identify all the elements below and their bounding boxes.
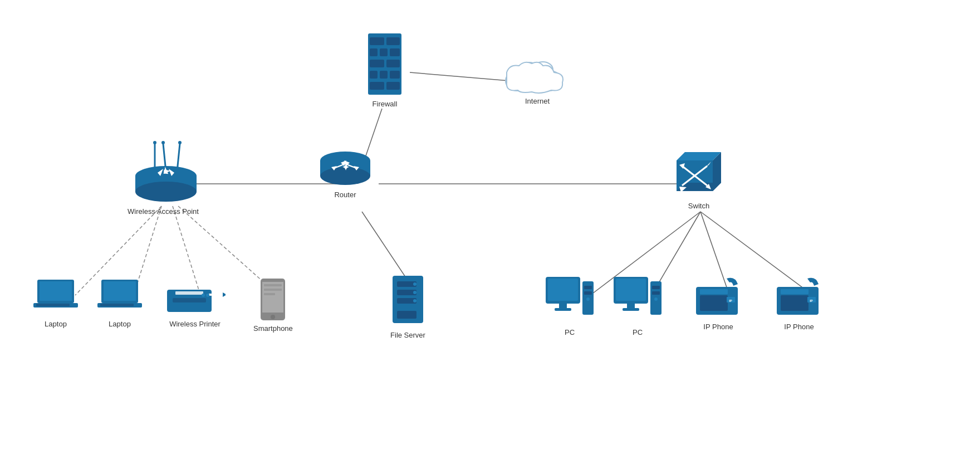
- router-label: Router: [334, 191, 356, 199]
- laptop1-node: Laptop: [31, 279, 81, 328]
- svg-rect-80: [262, 282, 283, 313]
- svg-rect-65: [40, 281, 72, 301]
- svg-rect-16: [370, 48, 378, 56]
- svg-rect-104: [623, 308, 639, 311]
- svg-text:IP: IP: [729, 299, 732, 302]
- svg-rect-73: [173, 298, 206, 302]
- svg-rect-96: [555, 308, 571, 311]
- svg-point-89: [413, 282, 416, 286]
- svg-point-77: [202, 294, 205, 297]
- svg-rect-67: [36, 304, 70, 306]
- svg-rect-24: [370, 82, 384, 90]
- svg-point-78: [206, 294, 209, 297]
- svg-point-90: [413, 291, 416, 294]
- laptop1-icon: [31, 279, 81, 318]
- laptop1-label: Laptop: [45, 320, 67, 328]
- svg-rect-21: [370, 71, 378, 79]
- svg-point-91: [413, 299, 416, 302]
- svg-rect-111: [700, 289, 728, 294]
- laptop2-label: Laptop: [109, 320, 131, 328]
- svg-point-46: [178, 141, 182, 144]
- printer-icon: [164, 281, 226, 318]
- smartphone-icon: [256, 277, 290, 322]
- svg-rect-98: [584, 286, 592, 289]
- svg-rect-25: [386, 82, 400, 90]
- fileserver-label: File Server: [390, 331, 425, 339]
- svg-rect-94: [548, 279, 578, 301]
- connection-lines: [0, 0, 980, 449]
- svg-point-84: [271, 315, 275, 319]
- smartphone-label: Smartphone: [253, 324, 293, 333]
- pc2-label: PC: [633, 328, 643, 336]
- wap-node: Wireless Access Point: [127, 138, 199, 216]
- wap-label: Wireless Access Point: [128, 207, 199, 216]
- switch-label: Switch: [688, 202, 709, 210]
- svg-text:IP: IP: [810, 299, 813, 302]
- svg-rect-14: [370, 37, 384, 45]
- svg-rect-115: [781, 295, 808, 311]
- printer-node: Wireless Printer: [164, 281, 226, 328]
- svg-rect-69: [104, 281, 136, 301]
- pc1-node: PC: [545, 276, 595, 336]
- fileserver-node: File Server: [387, 273, 429, 339]
- ipphone2-node: IP IP Phone: [774, 276, 824, 331]
- wap-icon: [127, 138, 199, 205]
- ipphone1-label: IP Phone: [703, 323, 733, 331]
- svg-rect-99: [584, 291, 592, 295]
- svg-rect-74: [175, 291, 203, 295]
- ipphone2-label: IP Phone: [784, 323, 814, 331]
- pc2-icon: [612, 276, 663, 326]
- svg-point-44: [161, 141, 165, 144]
- svg-rect-106: [652, 286, 660, 289]
- svg-rect-19: [370, 60, 384, 67]
- firewall-node: Firewall: [365, 31, 404, 108]
- svg-rect-22: [380, 71, 388, 79]
- router-node: ✦ Router: [317, 149, 373, 199]
- pc1-icon: [545, 276, 595, 326]
- fileserver-icon: [387, 273, 429, 329]
- svg-point-100: [586, 297, 590, 301]
- ipphone2-icon: IP: [774, 276, 824, 320]
- pc1-label: PC: [565, 328, 575, 336]
- svg-rect-75: [209, 294, 223, 296]
- firewall-label: Firewall: [373, 100, 398, 108]
- pc2-node: PC: [612, 276, 663, 336]
- svg-rect-81: [264, 284, 282, 286]
- svg-rect-23: [390, 71, 400, 79]
- svg-marker-76: [223, 292, 226, 297]
- firewall-icon: [365, 31, 404, 97]
- svg-rect-116: [781, 289, 808, 294]
- svg-point-49: [135, 182, 197, 202]
- router-icon: ✦: [317, 149, 373, 188]
- network-diagram: Firewall Internet ✦: [0, 0, 980, 449]
- smartphone-node: Smartphone: [253, 277, 293, 333]
- internet-label: Internet: [525, 97, 550, 105]
- laptop2-node: Laptop: [95, 279, 145, 328]
- ipphone1-node: IP IP Phone: [693, 276, 743, 331]
- printer-label: Wireless Printer: [169, 320, 220, 328]
- svg-rect-17: [380, 48, 388, 56]
- switch-node: Switch: [671, 149, 727, 210]
- svg-rect-107: [652, 291, 660, 295]
- svg-rect-20: [386, 60, 400, 67]
- svg-rect-71: [100, 304, 134, 306]
- svg-rect-82: [264, 289, 282, 291]
- svg-rect-102: [616, 279, 646, 301]
- internet-node: Internet: [501, 50, 574, 105]
- svg-rect-18: [390, 48, 400, 56]
- laptop2-icon: [95, 279, 145, 318]
- internet-icon: [501, 50, 574, 95]
- svg-rect-15: [386, 37, 400, 45]
- svg-point-42: [153, 141, 156, 144]
- ipphone1-icon: IP: [693, 276, 743, 320]
- svg-rect-92: [397, 311, 416, 319]
- switch-icon: [671, 149, 727, 199]
- svg-rect-110: [700, 295, 728, 311]
- svg-rect-83: [264, 293, 275, 295]
- svg-point-108: [654, 297, 658, 301]
